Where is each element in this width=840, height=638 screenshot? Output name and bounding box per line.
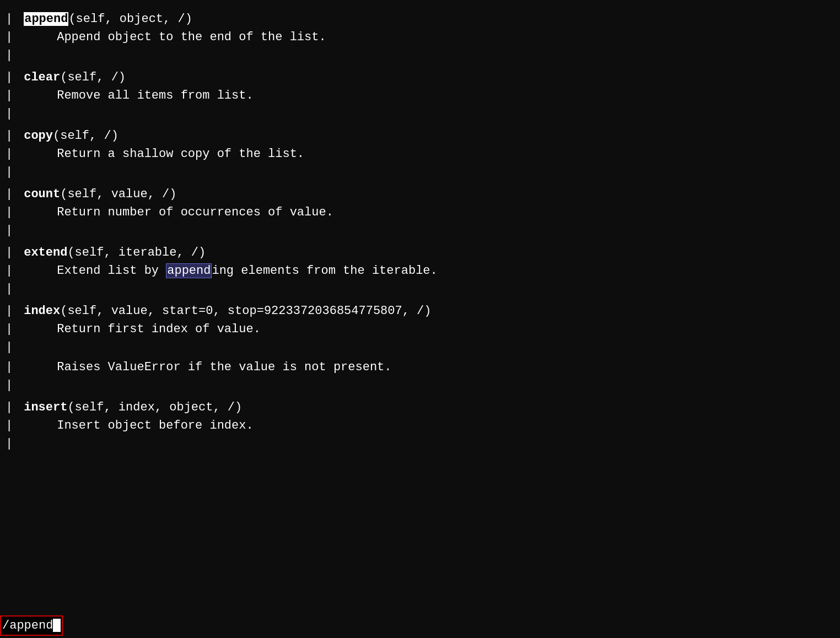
extend-signature-line: | extend(self, iterable, /) (0, 244, 829, 262)
copy-name: copy (24, 129, 53, 143)
insert-desc-line: | Insert object before index. (0, 417, 829, 435)
bar-icon: | (6, 145, 13, 163)
index-spacer2: | (0, 376, 829, 396)
bar-icon: | (6, 435, 13, 453)
extend-desc: Extend list by appending elements from t… (24, 262, 438, 280)
index-spacer1: | (0, 338, 829, 358)
bar-icon: | (6, 163, 13, 181)
entry-append: | append(self, object, /) | Append objec… (0, 10, 829, 66)
append-name-highlight: append (24, 12, 68, 26)
append-highlight-word: append (166, 263, 212, 278)
terminal-window: | append(self, object, /) | Append objec… (0, 0, 840, 638)
count-signature-line: | count(self, value, /) (0, 185, 829, 203)
entry-index: | index(self, value, start=0, stop=92233… (0, 302, 829, 396)
copy-signature: copy(self, /) (24, 127, 119, 145)
search-input-box[interactable]: /append (0, 615, 63, 636)
clear-name: clear (24, 71, 60, 84)
count-desc-line: | Return number of occurrences of value. (0, 203, 829, 221)
bar-icon: | (6, 86, 13, 105)
count-signature: count(self, value, /) (24, 185, 176, 203)
insert-name: insert (24, 401, 67, 414)
append-signature-line: | append(self, object, /) (0, 10, 829, 28)
bar-icon: | (6, 185, 13, 203)
copy-desc: Return a shallow copy of the list. (24, 145, 304, 163)
entry-clear: | clear(self, /) | Remove all items from… (0, 68, 829, 125)
index-signature-line: | index(self, value, start=0, stop=92233… (0, 302, 829, 320)
insert-spacer: | (0, 435, 829, 455)
extend-desc-line: | Extend list by appending elements from… (0, 262, 829, 280)
bar-icon: | (6, 398, 13, 417)
index-signature: index(self, value, start=0, stop=9223372… (24, 302, 431, 320)
count-desc: Return number of occurrences of value. (24, 203, 333, 221)
insert-desc: Insert object before index. (24, 417, 253, 435)
insert-signature: insert(self, index, object, /) (24, 398, 242, 417)
append-desc-line: | Append object to the end of the list. (0, 28, 829, 46)
copy-desc-line: | Return a shallow copy of the list. (0, 145, 829, 163)
search-label: /append (2, 619, 53, 632)
bar-icon: | (6, 127, 13, 145)
bar-icon: | (6, 105, 13, 123)
entry-extend: | extend(self, iterable, /) | Extend lis… (0, 244, 829, 300)
bar-icon: | (6, 376, 13, 394)
index-desc: Return first index of value. (24, 320, 261, 338)
bar-icon: | (6, 320, 13, 338)
bar-icon: | (6, 358, 13, 376)
bar-icon: | (6, 68, 13, 86)
bar-icon: | (6, 262, 13, 280)
count-name: count (24, 187, 60, 201)
bar-icon: | (6, 302, 13, 320)
count-spacer: | (0, 221, 829, 241)
bar-icon: | (6, 221, 13, 240)
append-desc: Append object to the end of the list. (24, 28, 326, 46)
clear-desc: Remove all items from list. (24, 86, 253, 105)
doc-content: | append(self, object, /) | Append objec… (0, 6, 840, 461)
clear-signature-line: | clear(self, /) (0, 68, 829, 86)
index-name: index (24, 304, 60, 318)
append-spacer: | (0, 46, 829, 66)
entry-count: | count(self, value, /) | Return number … (0, 185, 829, 241)
bar-icon: | (6, 338, 13, 356)
copy-signature-line: | copy(self, /) (0, 127, 829, 145)
extend-spacer: | (0, 280, 829, 300)
bar-icon: | (6, 46, 13, 64)
bar-icon: | (6, 417, 13, 435)
bar-icon: | (6, 203, 13, 221)
bar-icon: | (6, 10, 13, 28)
insert-signature-line: | insert(self, index, object, /) (0, 398, 829, 417)
clear-spacer: | (0, 105, 829, 125)
bar-icon: | (6, 28, 13, 46)
append-sig-rest: (self, object, /) (68, 12, 192, 26)
index-extra-desc: Raises ValueError if the value is not pr… (24, 358, 391, 376)
clear-signature: clear(self, /) (24, 68, 126, 86)
search-bar: /append (0, 613, 840, 638)
extend-name: extend (24, 246, 67, 259)
entry-insert: | insert(self, index, object, /) | Inser… (0, 398, 829, 455)
search-line[interactable]: /append (0, 615, 840, 636)
index-desc-line: | Return first index of value. (0, 320, 829, 338)
bar-icon: | (6, 244, 13, 262)
clear-desc-line: | Remove all items from list. (0, 86, 829, 105)
copy-spacer: | (0, 163, 829, 183)
bar-icon: | (6, 280, 13, 298)
index-extra-desc-line: | Raises ValueError if the value is not … (0, 358, 829, 376)
cursor (53, 619, 61, 632)
append-signature: append(self, object, /) (24, 10, 192, 28)
entry-copy: | copy(self, /) | Return a shallow copy … (0, 127, 829, 183)
extend-signature: extend(self, iterable, /) (24, 244, 206, 262)
